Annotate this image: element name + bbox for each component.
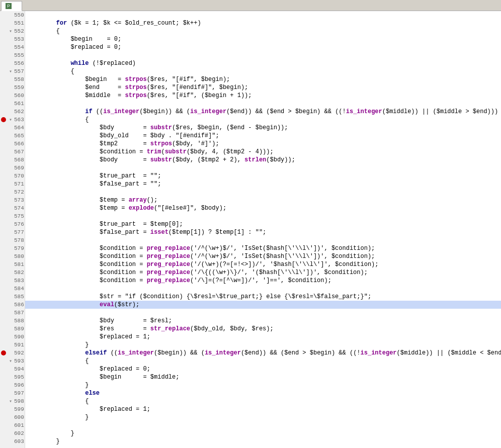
line-number: 585 [14, 294, 26, 300]
fold-col[interactable]: ▾ [7, 398, 14, 404]
code-line: elseif ((is_integer($begin)) && (is_inte… [25, 349, 501, 357]
fn-token: is_integer [118, 349, 154, 356]
plain-token: { [85, 116, 89, 123]
line-number: 583 [14, 278, 26, 284]
code-line: $temp = array(); [25, 196, 501, 204]
plain-token: ($middle)) || ($middle > $end))) [382, 108, 498, 115]
plain-token [27, 28, 56, 35]
fold-col[interactable]: ▾ [7, 117, 14, 123]
code-line: } [25, 381, 501, 389]
code-line: $begin = 0; [25, 35, 501, 43]
plain-token: ($begin)) && ( [154, 349, 205, 356]
kw-token: while [70, 60, 89, 67]
plain-token: $replaced = 1; [27, 406, 150, 413]
gutter-row: 568 [0, 156, 25, 164]
plain-token: ('/^(\w+)$/', 'IsSet($hash[\'\\l\'])', $… [190, 245, 375, 252]
gutter-row: ▾557 [0, 67, 25, 75]
gutter-row: ▾563 [0, 116, 25, 124]
fold-col[interactable]: ▾ [7, 68, 14, 74]
plain-token: $temp = [27, 197, 129, 204]
plain-token [27, 301, 100, 308]
fn-token: explode [129, 205, 154, 212]
plain-token: ('/(\w+)(?=[=!<>])/', '$hash[\'\\l\']', … [190, 261, 378, 268]
fn-token: preg_replace [147, 277, 190, 284]
line-number: 551 [14, 20, 26, 26]
line-number: 555 [14, 52, 26, 58]
code-line: $false_part = isset($temp[1]) ? $temp[1]… [25, 228, 501, 236]
plain-token [27, 398, 85, 405]
line-number: 582 [14, 270, 26, 276]
code-line: { [25, 67, 501, 75]
tab-bar: P [0, 0, 501, 11]
plain-token [27, 116, 85, 123]
code-line: $tmp2 = strpos($bdy, '#]'); [25, 140, 501, 148]
code-line: $begin = $middle; [25, 373, 501, 381]
gutter-row: 578 [0, 236, 25, 244]
line-number: 592 [14, 350, 26, 356]
plain-token: $true_part = $temp[0]; [27, 221, 183, 228]
plain-token: ($res, "[#endif#]", $begin); [147, 84, 248, 91]
plain-token [27, 390, 85, 397]
line-number: 571 [14, 181, 26, 187]
code-line [25, 100, 501, 108]
line-number: 559 [14, 84, 26, 91]
fn-token: is_integer [190, 108, 226, 115]
line-number: 562 [14, 109, 26, 115]
line-number: 560 [14, 93, 26, 99]
breakpoint-col[interactable] [0, 350, 7, 355]
fn-token: strlen [244, 156, 266, 163]
fn-token: preg_replace [147, 269, 190, 276]
line-number: 593 [14, 358, 26, 364]
tab-itemplate[interactable]: P [1, 1, 22, 11]
code-line: $bdy_old = $bdy . "[#endif#]"; [25, 132, 501, 140]
gutter-row: 597 [0, 389, 25, 397]
gutter-row: 594 [0, 365, 25, 373]
gutter-row: ▾598 [0, 397, 25, 405]
line-number: 553 [14, 36, 26, 42]
code-line: $res = str_replace($bdy_old, $bdy, $res)… [25, 325, 501, 333]
breakpoint-col[interactable] [0, 117, 7, 122]
fn-token: isset [150, 229, 169, 236]
line-number: 596 [14, 382, 26, 388]
gutter-row: 560 [0, 92, 25, 100]
code-line: $true_part = ""; [25, 172, 501, 180]
code-line: if ((is_integer($begin)) && (is_integer(… [25, 108, 501, 116]
fn-token: strpos [150, 140, 172, 147]
plain-token: $bdy_old = $bdy . "[#endif#]"; [27, 132, 219, 139]
plain-token: { [85, 357, 89, 365]
fold-col[interactable]: ▾ [7, 358, 14, 364]
line-number: 586 [14, 302, 26, 308]
plain-token: } [85, 414, 89, 421]
plain-token: $condition = [27, 253, 147, 260]
fn-token: is_integer [103, 108, 139, 115]
line-number: 602 [14, 430, 26, 436]
plain-token: ( [161, 148, 164, 155]
fold-col[interactable]: ▾ [7, 28, 14, 34]
code-line: else [25, 389, 501, 397]
gutter-row: 569 [0, 164, 25, 172]
code-line: $condition = trim(substr($bdy, 4, ($tmp2… [25, 148, 501, 156]
plain-token: $bdy = $resl; [27, 317, 172, 324]
line-number: 577 [14, 229, 26, 235]
line-number: 552 [14, 28, 26, 34]
code-line: $false_part = ""; [25, 180, 501, 188]
plain-token: $condition = [27, 261, 147, 268]
code-line: $true_part = $temp[0]; [25, 220, 501, 228]
plain-token: ($temp[1]) ? $temp[1] : ""; [169, 229, 266, 236]
gutter-row: 551 [0, 19, 25, 27]
line-number: 575 [14, 213, 26, 219]
code-line: $temp = explode("[#else#]", $body); [25, 204, 501, 212]
code-area[interactable]: for ($k = 1; $k <= $old_res_count; $k++)… [25, 11, 501, 448]
line-number: 570 [14, 173, 26, 179]
code-line: { [25, 357, 501, 365]
plain-token: (!$replaced) [89, 60, 136, 67]
fn-token: preg_replace [147, 253, 190, 260]
code-line [25, 164, 501, 172]
gutter-row: 587 [0, 309, 25, 317]
gutter-row: ▾552 [0, 27, 25, 35]
gutter-row: 581 [0, 260, 25, 268]
gutter-row: 602 [0, 429, 25, 437]
line-number: 588 [14, 318, 26, 324]
plain-token: ('/^(\w+)$/', 'IsSet($hash[\'\\l\'])', $… [190, 253, 375, 260]
code-line: while (!$replaced) [25, 59, 501, 67]
